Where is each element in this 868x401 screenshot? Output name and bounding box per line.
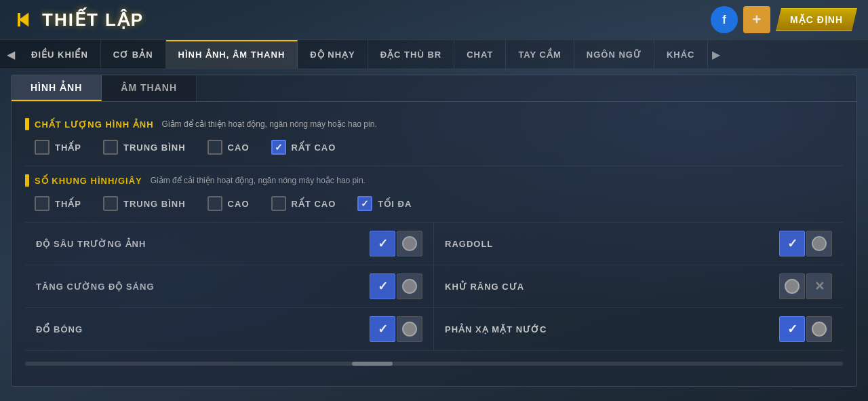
nav-tabs: ◀ ĐIỀU KHIỂN CƠ BẢN HÌNH ẢNH, ÂM THANH Đ… bbox=[0, 39, 868, 69]
tab-dac-thu-br[interactable]: ĐẶC THÙ BR bbox=[368, 40, 455, 69]
toggle-off-do-bong[interactable] bbox=[397, 316, 422, 342]
toggle-group-do-bong bbox=[370, 316, 422, 342]
checkbox-rat-cao[interactable] bbox=[271, 140, 286, 155]
option-toi-da[interactable]: TỐI ĐA bbox=[357, 196, 412, 211]
sub-tab-hinh-anh[interactable]: HÌNH ẢNH bbox=[12, 75, 102, 101]
label-cao: CAO bbox=[228, 142, 250, 153]
circle-icon-ragdoll bbox=[812, 236, 827, 251]
section-header-so-khung: SỐ KHUNG HÌNH/GIÂY Giảm để cải thiện hoạ… bbox=[25, 174, 843, 187]
option-cao[interactable]: CAO bbox=[208, 140, 250, 155]
default-button[interactable]: MẶC ĐỊNH bbox=[776, 8, 857, 31]
tab-ngon-ngu[interactable]: NGÔN NGỮ bbox=[574, 40, 654, 69]
feature-label-tang-cuong-do-sang: TĂNG CƯỜNG ĐỘ SÁNG bbox=[36, 282, 155, 292]
label-cao-2: CAO bbox=[228, 199, 250, 209]
toggle-group-khu-rang-cua: ✕ bbox=[779, 273, 832, 299]
tab-co-ban[interactable]: CƠ BẢN bbox=[101, 40, 166, 69]
checkbox-thap-2[interactable] bbox=[35, 196, 50, 211]
title-area: THIẾT LẬP bbox=[11, 7, 144, 32]
tab-chat[interactable]: CHAT bbox=[454, 40, 506, 69]
toggle-group-tang-cuong-do-sang bbox=[370, 273, 422, 299]
svg-marker-0 bbox=[19, 13, 28, 26]
section-header-chat-luong: CHẤT LƯỢNG HÌNH ẢNH Giảm để cải thiện ho… bbox=[25, 118, 843, 130]
toggle-group-ragdoll bbox=[779, 231, 832, 256]
scrollbar-thumb[interactable] bbox=[352, 362, 393, 366]
tab-khac[interactable]: KHÁC bbox=[654, 40, 708, 69]
label-thap-2: THẤP bbox=[55, 199, 81, 209]
label-trung-binh-2: TRUNG BÌNH bbox=[123, 199, 186, 209]
toggle-check-ragdoll[interactable] bbox=[779, 231, 805, 256]
section-title-so-khung: SỐ KHUNG HÌNH/GIÂY bbox=[35, 176, 142, 186]
circle-icon-do-bong bbox=[402, 322, 417, 337]
checkbox-cao[interactable] bbox=[208, 140, 222, 155]
toggle-group-phan-xa-mat-nuoc bbox=[779, 316, 832, 342]
option-rat-cao[interactable]: RẤT CAO bbox=[271, 140, 336, 155]
toggle-off-ragdoll[interactable] bbox=[806, 231, 832, 256]
feature-label-khu-rang-cua: KHỬ RĂNG CƯA bbox=[445, 282, 524, 292]
toggle-off-do-sau-truong-anh[interactable] bbox=[397, 231, 422, 256]
top-bar: THIẾT LẬP f + MẶC ĐỊNH bbox=[0, 0, 868, 39]
section-desc-chat-luong: Giảm để cải thiện hoạt động, ngăn nóng m… bbox=[162, 119, 377, 129]
section-desc-so-khung: Giảm để cải thiện hoạt động, ngăn nóng m… bbox=[151, 176, 366, 185]
feature-label-phan-xa-mat-nuoc: PHẢN XẠ MẶT NƯỚC bbox=[445, 324, 547, 335]
feature-do-bong: ĐỔ BÓNG bbox=[25, 308, 434, 351]
checkbox-rat-cao-2[interactable] bbox=[271, 196, 286, 211]
circle-icon-phan-xa-mat-nuoc bbox=[812, 322, 827, 337]
tab-tay-cam[interactable]: TAY CẦM bbox=[506, 40, 574, 69]
checkbox-thap[interactable] bbox=[35, 140, 50, 155]
label-rat-cao: RẤT CAO bbox=[292, 142, 336, 153]
feature-tang-cuong-do-sang: TĂNG CƯỜNG ĐỘ SÁNG bbox=[25, 265, 434, 308]
option-trung-binh-2[interactable]: TRUNG BÌNH bbox=[103, 196, 186, 211]
feature-label-ragdoll: RAGDOLL bbox=[445, 239, 493, 249]
toggle-x-khu-rang-cua[interactable]: ✕ bbox=[806, 273, 832, 299]
toggle-off-tang-cuong-do-sang[interactable] bbox=[397, 273, 422, 299]
back-button[interactable] bbox=[11, 7, 35, 32]
label-rat-cao-2: RẤT CAO bbox=[292, 199, 336, 209]
checkbox-trung-binh[interactable] bbox=[103, 140, 118, 155]
option-rat-cao-2[interactable]: RẤT CAO bbox=[271, 196, 336, 211]
toggle-check-do-bong[interactable] bbox=[370, 316, 395, 342]
options-row-so-khung: THẤP TRUNG BÌNH CAO RẤT CAO TỐI ĐA bbox=[25, 193, 843, 214]
option-thap[interactable]: THẤP bbox=[35, 140, 81, 155]
nav-left-arrow[interactable]: ◀ bbox=[3, 48, 19, 61]
add-button[interactable]: + bbox=[743, 6, 770, 33]
section-indicator bbox=[25, 118, 29, 130]
toggle-check-tang-cuong-do-sang[interactable] bbox=[370, 273, 395, 299]
tab-hinh-anh-am-thanh[interactable]: HÌNH ẢNH, ÂM THANH bbox=[166, 40, 298, 69]
features-grid: ĐỘ SÂU TRƯỜNG ẢNH RAGDOLL bbox=[25, 223, 843, 351]
toggle-check-phan-xa-mat-nuoc[interactable] bbox=[779, 316, 805, 342]
nav-right-arrow[interactable]: ▶ bbox=[708, 48, 724, 61]
label-toi-da: TỐI ĐA bbox=[378, 199, 412, 209]
facebook-button[interactable]: f bbox=[711, 6, 738, 33]
checkbox-trung-binh-2[interactable] bbox=[103, 196, 118, 211]
options-row-chat-luong: THẤP TRUNG BÌNH CAO RẤT CAO bbox=[25, 137, 843, 157]
svg-rect-1 bbox=[18, 13, 20, 26]
checkbox-cao-2[interactable] bbox=[208, 196, 222, 211]
tab-do-nhay[interactable]: ĐỘ NHẠY bbox=[298, 40, 368, 69]
option-trung-binh[interactable]: TRUNG BÌNH bbox=[103, 140, 186, 155]
option-thap-2[interactable]: THẤP bbox=[35, 196, 81, 211]
page-title: THIẾT LẬP bbox=[42, 9, 144, 31]
feature-khu-rang-cua: KHỬ RĂNG CƯA ✕ bbox=[434, 265, 843, 308]
x-icon-khu-rang-cua: ✕ bbox=[814, 279, 825, 294]
section-so-khung: SỐ KHUNG HÌNH/GIÂY Giảm để cải thiện hoạ… bbox=[25, 166, 843, 223]
feature-label-do-sau-truong-anh: ĐỘ SÂU TRƯỜNG ẢNH bbox=[36, 239, 146, 249]
feature-label-do-bong: ĐỔ BÓNG bbox=[36, 324, 83, 335]
feature-do-sau-truong-anh: ĐỘ SÂU TRƯỜNG ẢNH bbox=[25, 223, 434, 265]
section-chat-luong: CHẤT LƯỢNG HÌNH ẢNH Giảm để cải thiện ho… bbox=[25, 110, 843, 166]
option-cao-2[interactable]: CAO bbox=[208, 196, 250, 211]
section-title-chat-luong: CHẤT LƯỢNG HÌNH ẢNH bbox=[35, 119, 154, 130]
top-right-actions: f + MẶC ĐỊNH bbox=[711, 6, 857, 33]
content-body: CHẤT LƯỢNG HÌNH ẢNH Giảm để cải thiện ho… bbox=[12, 102, 856, 359]
toggle-check-do-sau-truong-anh[interactable] bbox=[370, 231, 395, 256]
tab-dieu-khien[interactable]: ĐIỀU KHIỂN bbox=[19, 40, 101, 69]
label-thap: THẤP bbox=[55, 142, 81, 153]
toggle-off-phan-xa-mat-nuoc[interactable] bbox=[806, 316, 832, 342]
section-indicator-2 bbox=[25, 174, 29, 187]
circle-icon-tang-cuong-do-sang bbox=[402, 279, 417, 294]
circle-icon-khu-rang-cua bbox=[785, 279, 800, 294]
checkbox-toi-da[interactable] bbox=[357, 196, 372, 211]
feature-ragdoll: RAGDOLL bbox=[434, 223, 843, 265]
sub-tab-am-thanh[interactable]: ÂM THANH bbox=[102, 75, 197, 101]
toggle-off-khu-rang-cua[interactable] bbox=[779, 273, 805, 299]
label-trung-binh: TRUNG BÌNH bbox=[123, 142, 186, 153]
